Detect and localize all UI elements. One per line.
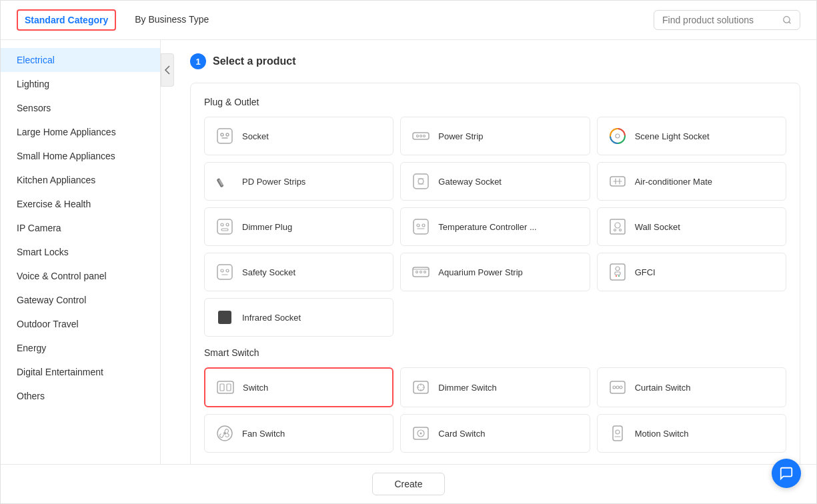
product-motion-switch[interactable]: Motion Switch xyxy=(597,414,786,453)
sidebar-item-sensors[interactable]: Sensors xyxy=(1,96,160,120)
svg-rect-22 xyxy=(610,219,625,234)
product-gateway-socket[interactable]: Gateway Socket xyxy=(400,162,590,201)
gfci-icon xyxy=(607,261,628,283)
svg-rect-44 xyxy=(610,381,625,393)
product-dimmer-plug[interactable]: Dimmer Plug xyxy=(204,207,393,246)
sidebar-item-outdoor-travel[interactable]: Outdoor Travel xyxy=(1,312,160,336)
card-switch-icon xyxy=(410,423,432,444)
svg-point-45 xyxy=(613,386,616,389)
product-gfci[interactable]: GFCI xyxy=(597,253,786,291)
power-strip-icon xyxy=(410,125,432,147)
svg-rect-35 xyxy=(615,272,620,275)
product-infrared-socket-label: Infrared Socket xyxy=(242,313,301,323)
air-conditioner-mate-icon xyxy=(607,171,628,192)
product-scene-light-socket[interactable]: Scene Light Socket xyxy=(597,117,786,155)
product-wall-socket[interactable]: Wall Socket xyxy=(597,207,786,246)
product-socket[interactable]: Socket xyxy=(204,117,393,155)
motion-switch-icon xyxy=(607,423,628,444)
step-badge: 1 xyxy=(190,53,206,69)
product-temperature-controller-label: Temperature Controller ... xyxy=(438,222,536,232)
sidebar-item-smart-locks[interactable]: Smart Locks xyxy=(1,240,160,264)
product-air-conditioner-mate[interactable]: Air-conditioner Mate xyxy=(597,162,786,201)
product-motion-switch-label: Motion Switch xyxy=(635,429,689,439)
svg-rect-42 xyxy=(414,381,428,393)
sidebar-item-small-home-appliances[interactable]: Small Home Appliances xyxy=(1,144,160,168)
product-pd-power-strips-label: PD Power Strips xyxy=(242,177,305,187)
svg-point-9 xyxy=(616,134,620,138)
section-title-plug-outlet: Plug & Outlet xyxy=(204,97,786,107)
tab-standard-category[interactable]: Standard Category xyxy=(17,9,116,31)
product-pd-power-strips[interactable]: PD Power Strips xyxy=(204,162,393,201)
sidebar-item-others[interactable]: Others xyxy=(1,384,160,408)
temperature-controller-icon xyxy=(410,216,432,237)
product-switch[interactable]: Switch xyxy=(204,367,393,407)
product-dimmer-switch[interactable]: Dimmer Switch xyxy=(400,367,590,407)
fan-switch-icon xyxy=(214,423,235,444)
svg-point-5 xyxy=(417,135,419,137)
socket-icon xyxy=(214,125,235,147)
svg-point-37 xyxy=(618,275,620,277)
sidebar-item-ip-camera[interactable]: IP Camera xyxy=(1,216,160,240)
product-socket-label: Socket xyxy=(242,131,269,141)
svg-point-34 xyxy=(616,267,620,271)
svg-point-31 xyxy=(420,271,422,273)
sidebar-item-electrical[interactable]: Electrical xyxy=(1,48,160,72)
main-content: 1 Select a product Plug & Outlet Socket xyxy=(174,40,816,464)
product-fan-switch-label: Fan Switch xyxy=(242,429,285,439)
svg-rect-40 xyxy=(220,384,224,391)
svg-rect-53 xyxy=(613,426,622,441)
search-icon xyxy=(782,15,792,25)
gateway-socket-icon xyxy=(410,171,432,192)
pd-power-strips-icon xyxy=(214,171,235,192)
step-title: Select a product xyxy=(213,55,295,67)
product-safety-socket-label: Safety Socket xyxy=(242,267,295,277)
product-safety-socket[interactable]: Safety Socket xyxy=(204,253,393,291)
svg-rect-26 xyxy=(217,265,232,279)
product-aquarium-power-strip[interactable]: Aquarium Power Strip xyxy=(400,253,590,291)
sidebar-item-gateway-control[interactable]: Gateway Control xyxy=(1,288,160,312)
svg-point-30 xyxy=(416,271,418,273)
product-curtain-switch-label: Curtain Switch xyxy=(635,383,691,393)
product-switch-label: Switch xyxy=(243,383,268,393)
svg-rect-38 xyxy=(218,311,231,324)
search-box[interactable] xyxy=(654,10,800,30)
svg-point-32 xyxy=(424,271,426,273)
product-dimmer-plug-label: Dimmer Plug xyxy=(242,222,292,232)
safety-socket-icon xyxy=(214,261,235,283)
aquarium-power-strip-icon xyxy=(410,261,432,283)
footer: Create xyxy=(1,464,816,503)
svg-point-46 xyxy=(616,386,619,389)
product-temperature-controller[interactable]: Temperature Controller ... xyxy=(400,207,590,246)
svg-rect-1 xyxy=(217,129,232,143)
svg-point-27 xyxy=(221,269,223,272)
sidebar-item-exercise-health[interactable]: Exercise & Health xyxy=(1,192,160,216)
sidebar-item-voice-control[interactable]: Voice & Control panel xyxy=(1,264,160,288)
sidebar-item-large-home-appliances[interactable]: Large Home Appliances xyxy=(1,120,160,144)
product-infrared-socket[interactable]: Infrared Socket xyxy=(204,298,393,337)
svg-point-20 xyxy=(417,224,420,227)
svg-point-13 xyxy=(418,179,424,184)
product-wall-socket-label: Wall Socket xyxy=(635,222,680,232)
tab-business-type[interactable]: By Business Type xyxy=(132,9,211,31)
sidebar-item-lighting[interactable]: Lighting xyxy=(1,72,160,96)
product-fan-switch[interactable]: Fan Switch xyxy=(204,414,393,453)
svg-point-7 xyxy=(424,135,426,137)
wall-socket-icon xyxy=(607,216,628,237)
sidebar-collapse-button[interactable] xyxy=(161,53,174,87)
search-input[interactable] xyxy=(662,15,777,25)
product-curtain-switch[interactable]: Curtain Switch xyxy=(597,367,786,407)
sidebar-item-energy[interactable]: Energy xyxy=(1,336,160,360)
product-card-switch-label: Card Switch xyxy=(438,429,485,439)
product-power-strip[interactable]: Power Strip xyxy=(400,117,590,155)
svg-rect-4 xyxy=(413,133,429,139)
product-dimmer-switch-label: Dimmer Switch xyxy=(438,383,496,393)
product-card-switch[interactable]: Card Switch xyxy=(400,414,590,453)
create-button[interactable]: Create xyxy=(372,473,444,495)
svg-point-2 xyxy=(221,133,223,136)
svg-point-17 xyxy=(226,223,229,226)
sidebar-item-kitchen-appliances[interactable]: Kitchen Appliances xyxy=(1,168,160,192)
sidebar-item-digital-entertainment[interactable]: Digital Entertainment xyxy=(1,360,160,384)
chat-button[interactable] xyxy=(772,459,801,488)
svg-point-28 xyxy=(226,269,229,272)
svg-point-52 xyxy=(420,433,422,435)
